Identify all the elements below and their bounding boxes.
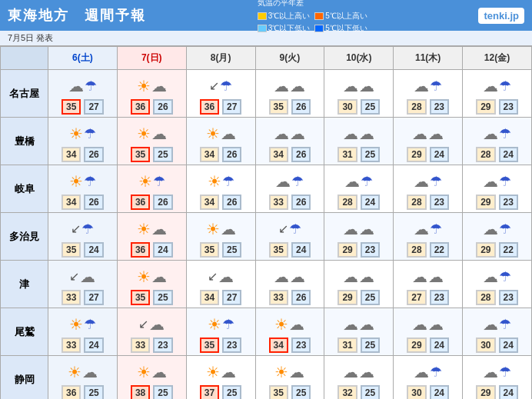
sun-icon: ☀ — [69, 172, 83, 191]
temp-high: 33 — [269, 290, 288, 305]
weather-icons-group: ☁☁ — [394, 121, 462, 147]
temps-row: 3426 — [187, 147, 255, 162]
cloud-icon: ☁ — [414, 77, 429, 95]
temp-low: 25 — [291, 385, 311, 400]
weather-icons-group: ☁☁ — [324, 359, 393, 385]
temp-high: 37 — [200, 385, 219, 400]
temp-high: 27 — [407, 290, 426, 305]
temp-high: 35 — [62, 99, 81, 115]
temp-low: 27 — [84, 99, 103, 115]
city-row: 静岡☀☁3625☀☁3825☀☁3725☀☁3525☁☁3225☁☂3024☁☂… — [1, 356, 532, 400]
weather-icons-group: ☀☁ — [187, 359, 255, 385]
weather-icons-group: ☀☁ — [118, 264, 186, 290]
cloud-icon: ☁ — [68, 77, 84, 95]
temps-row: 3024 — [394, 385, 462, 400]
temps-row: 3523 — [187, 337, 255, 353]
cloud-icon: ☁ — [221, 220, 236, 238]
weather-icons-group: ☁☂ — [463, 168, 531, 195]
weather-icons-group: ☁☂ — [463, 311, 531, 337]
weather-cell: ☁☂2824 — [324, 165, 394, 213]
temps-row: 2924 — [463, 385, 531, 400]
temp-high: 35 — [269, 242, 288, 258]
cloud-icon: ☁ — [412, 315, 427, 334]
weather-cell: ☁☂3326 — [255, 165, 324, 213]
weather-icons-group: ☁☂ — [394, 359, 462, 385]
temp-low: 26 — [84, 195, 103, 210]
temp-high: 36 — [131, 99, 150, 115]
cloud-icon: ☁ — [149, 315, 165, 334]
weather-icons-group: ☁☁ — [324, 264, 393, 290]
weather-icons-group: ☀☁ — [256, 311, 324, 337]
weather-icons-group: ☁☂ — [463, 216, 531, 242]
day-header-12: 12(金) — [463, 47, 532, 70]
weather-cell: ↙☂3524 — [48, 213, 118, 261]
umbrella-icon: ☂ — [499, 364, 511, 381]
cloud-icon: ☁ — [289, 315, 304, 334]
weather-cell: ☀☁3426 — [186, 118, 255, 165]
temps-row: 2924 — [394, 337, 462, 353]
weather-cell: ☀☂3426 — [48, 118, 118, 165]
city-name-cell: 尾鷲 — [1, 308, 48, 356]
weather-cell: ☀☂3426 — [48, 165, 118, 213]
umbrella-icon: ☂ — [499, 173, 511, 190]
weather-icons-group: ☁☁ — [256, 121, 324, 147]
weather-cell: ☀☁3626 — [117, 70, 186, 118]
cloud-icon: ☁ — [483, 315, 498, 334]
temps-row: 3125 — [324, 337, 393, 353]
temp-low: 24 — [499, 147, 518, 162]
weather-cell: ☁☁2923 — [324, 213, 394, 261]
temp-high: 35 — [131, 290, 150, 305]
temp-low: 23 — [291, 337, 311, 353]
temp-high: 34 — [200, 290, 219, 305]
temp-low: 23 — [499, 99, 518, 115]
temp-high: 29 — [476, 242, 495, 258]
weather-icons-group: ↙☂ — [256, 216, 324, 242]
weather-icons-group: ☁☂ — [463, 73, 531, 99]
weather-icons-group: ☁☁ — [324, 73, 393, 99]
umbrella-icon: ☂ — [499, 316, 511, 333]
temp-low: 26 — [84, 147, 103, 162]
weather-cell: ☀☁3525 — [117, 261, 186, 308]
weather-icons-group: ↙☂ — [187, 73, 255, 99]
cloud-icon: ☁ — [275, 172, 291, 191]
temp-low: 23 — [222, 337, 241, 353]
temp-high: 31 — [337, 147, 357, 162]
temps-row: 3427 — [187, 290, 255, 305]
temps-row: 3426 — [48, 195, 117, 210]
temps-row: 3225 — [324, 385, 393, 400]
city-row: 豊橋☀☂3426☀☁3525☀☁3426☁☁3426☁☁3125☁☁2924☁☂… — [1, 118, 532, 165]
temp-high: 34 — [200, 195, 219, 210]
temps-row: 3025 — [324, 99, 393, 115]
temp-high: 32 — [337, 385, 357, 400]
temp-high: 28 — [407, 195, 426, 210]
weather-icons-group: ☀☁ — [187, 216, 255, 242]
cloud-icon: ☁ — [151, 125, 167, 143]
weather-icons-group: ☁☁ — [256, 73, 324, 99]
temps-row: 2824 — [324, 195, 393, 210]
weather-cell: ↙☂3627 — [186, 70, 255, 118]
temps-row: 3327 — [48, 290, 117, 305]
weather-cell: ☁☂3527 — [48, 70, 118, 118]
cloud-icon: ☁ — [412, 125, 427, 143]
cloud-icon: ☁ — [343, 220, 358, 238]
day-header-6: 6(土) — [48, 47, 118, 70]
cloud-icon: ☁ — [343, 125, 358, 143]
weather-icons-group: ☀☂ — [118, 168, 186, 195]
temps-row: 2723 — [394, 290, 462, 305]
temp-high: 34 — [269, 147, 288, 162]
temps-row: 3323 — [118, 337, 186, 353]
temps-row: 3525 — [118, 147, 186, 162]
temp-low: 25 — [222, 242, 241, 258]
temp-low: 27 — [222, 290, 241, 305]
arrow-icon: ↙ — [138, 317, 148, 331]
city-row: 多治見↙☂3524☀☁3624☀☁3525↙☂3524☁☁2923☁☂2822☁… — [1, 213, 532, 261]
cloud-icon: ☁ — [290, 77, 305, 95]
cloud-icon: ☁ — [274, 77, 289, 95]
umbrella-icon: ☂ — [81, 221, 94, 238]
temps-row: 3527 — [48, 99, 117, 115]
cloud-icon: ☁ — [359, 363, 374, 381]
day-header-row: 6(土) 7(日) 8(月) 9(火) 10(水) 11(木) 12(金) — [1, 47, 532, 70]
weather-icons-group: ☁☂ — [394, 73, 462, 99]
temp-high: 29 — [476, 385, 495, 400]
temp-low: 24 — [430, 337, 449, 353]
